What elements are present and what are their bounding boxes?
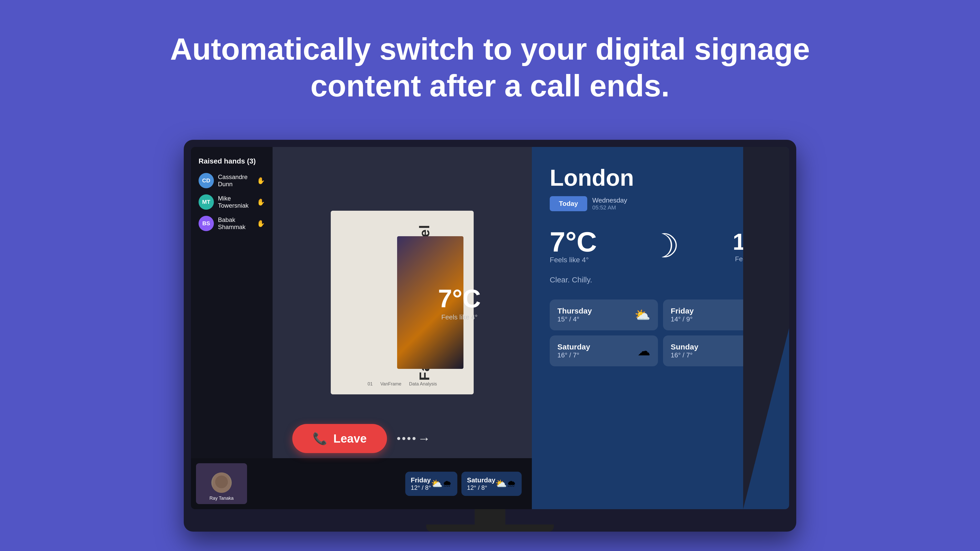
night-temp-number: 1°C — [733, 229, 771, 255]
participant-item-1: CD Cassandre Dunn ✋ — [199, 173, 265, 188]
monitor-wrapper: Raised hands (3) CD Cassandre Dunn ✋ MT … — [184, 140, 796, 532]
saturday-temp: 16° / 7° — [557, 351, 579, 359]
night-feels-like: Feels like 1° — [733, 255, 771, 263]
sat-day-left: Saturday — [467, 476, 495, 484]
avatar-babak: BS — [199, 216, 214, 231]
presenter-name: Ray Tanaka — [196, 495, 247, 501]
name-babak: Babak Shammak — [218, 216, 253, 230]
teams-call-panel: Raised hands (3) CD Cassandre Dunn ✋ MT … — [191, 147, 532, 509]
day-name: Wednesday — [592, 197, 627, 204]
saturday-name: Saturday — [557, 343, 590, 351]
weather-temp-large: 7°C — [438, 284, 481, 313]
forecast-card-saturday-left: Saturday 12° / 8° ⛅🌧 — [461, 472, 522, 496]
sat-temp-left: 12° / 8° — [467, 484, 495, 491]
friday-icon-left: ⛅🌧 — [431, 478, 452, 489]
city-name: London — [550, 165, 771, 191]
phone-hang-icon: 📞 — [313, 432, 327, 445]
today-tab[interactable]: Today — [550, 196, 587, 211]
headline-line1: Automatically switch to your digital sig… — [170, 32, 810, 66]
name-cassandre: Cassandre Dunn — [218, 173, 253, 188]
leave-button[interactable]: 📞 Leave — [292, 424, 387, 453]
weather-widget-panel: London Today Wednesday 05:52 AM 7°C Feel… — [532, 147, 789, 509]
name-mike: Mike Towersniak — [218, 195, 253, 209]
arrow-right-icon: → — [418, 431, 431, 446]
forecast-card-friday: Friday 14° / 9° 🌧 — [663, 300, 771, 330]
current-temp-block: 7°C Feels like 4° — [550, 228, 597, 264]
presentation-area: Fabrikam - VanArsdel 01 VanFrame Data An… — [272, 147, 532, 458]
monitor-bezel: Raised hands (3) CD Cassandre Dunn ✋ MT … — [184, 140, 796, 532]
sunday-name: Sunday — [671, 343, 698, 351]
participant-item-3: BS Babak Shammak ✋ — [199, 216, 265, 231]
forecast-card-saturday: Saturday 16° / 7° ☁ — [550, 335, 658, 366]
avatar-cassandre: CD — [199, 173, 214, 188]
thursday-icon: ⛅ — [635, 308, 650, 322]
thursday-name: Thursday — [557, 306, 592, 315]
time-display: 05:52 AM — [592, 204, 627, 211]
weather-main-row: 7°C Feels like 4° ☽ 1°C Feels like 1° — [550, 227, 771, 265]
saturday-icon: ☁ — [638, 344, 650, 359]
avatar-mike: MT — [199, 194, 214, 210]
weather-feels-small: Feels like 4° — [438, 313, 481, 321]
night-temp-block: 1°C Feels like 1° — [733, 229, 771, 263]
headline: Automatically switch to your digital sig… — [170, 30, 810, 104]
moon-icon: ☽ — [650, 227, 679, 265]
friday-icon: 🌧 — [751, 308, 764, 322]
leave-label: Leave — [333, 432, 366, 445]
friday-name: Friday — [671, 306, 694, 315]
slide-subtitle-text: Data Analysis — [409, 381, 437, 387]
friday-day-left: Friday — [411, 476, 431, 484]
weather-temp-overlay: 7°C Feels like 4° — [438, 284, 481, 321]
headline-line2: content after a call ends. — [310, 68, 670, 103]
forecast-card-thursday: Thursday 15° / 4° ⛅ — [550, 300, 658, 330]
monitor-stand-neck — [475, 509, 505, 524]
transition-arrow: → — [397, 431, 431, 446]
participants-strip: 📞 Leave → — [191, 458, 532, 509]
hand-icon-2: ✋ — [257, 198, 265, 206]
forecast-card-sunday: Sunday 16° / 7° 🌧 — [663, 335, 771, 366]
thursday-temp: 15° / 4° — [557, 315, 579, 323]
friday-temp: 14° / 9° — [671, 315, 693, 323]
raised-hands-panel: Raised hands (3) CD Cassandre Dunn ✋ MT … — [191, 147, 272, 458]
presenter-thumbnail: Ray Tanaka — [196, 463, 247, 504]
sat-icon-left: ⛅🌧 — [495, 478, 516, 489]
date-tabs-row: Today Wednesday 05:52 AM — [550, 196, 771, 211]
left-forecast-cards: Friday 12° / 8° ⛅🌧 Saturday — [405, 472, 522, 496]
monitor-stand-base — [426, 524, 554, 532]
monitor-screen: Raised hands (3) CD Cassandre Dunn ✋ MT … — [191, 147, 789, 509]
slide-brand: VanFrame — [380, 381, 401, 387]
friday-temp-left: 12° / 8° — [411, 484, 431, 491]
forecast-grid: Thursday 15° / 4° ⛅ Friday 14° / 9° 🌧 — [550, 300, 771, 366]
hand-icon-3: ✋ — [257, 220, 265, 227]
hand-icon-1: ✋ — [257, 177, 265, 185]
call-controls: 📞 Leave → — [292, 424, 430, 453]
forecast-card-friday-left: Friday 12° / 8° ⛅🌧 — [405, 472, 457, 496]
sunday-temp: 16° / 7° — [671, 351, 693, 359]
current-temp-number: 7°C — [550, 228, 597, 256]
weather-description: Clear. Chilly. — [550, 275, 771, 284]
sunday-icon: 🌧 — [751, 344, 764, 359]
slide-number: 01 — [368, 381, 372, 387]
raised-hands-title: Raised hands (3) — [199, 157, 265, 165]
participant-item-2: MT Mike Towersniak ✋ — [199, 194, 265, 210]
